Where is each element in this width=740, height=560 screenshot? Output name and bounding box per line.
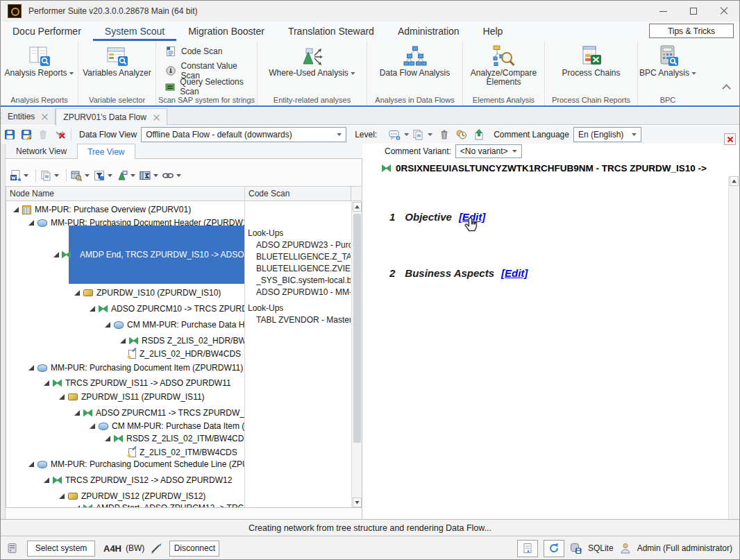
chevron-down-icon[interactable] bbox=[54, 174, 59, 177]
comment-button[interactable] bbox=[387, 128, 402, 142]
tab-zpurv01-data-flow[interactable]: ZPURV01's Data Flow bbox=[56, 108, 167, 126]
tab-translation-steward[interactable]: Translation Steward bbox=[276, 22, 386, 41]
tree-row[interactable]: RSDS Z_2LIS_02_HDR/BW4CDS -> A bbox=[6, 334, 244, 348]
scroll-down-icon[interactable] bbox=[353, 498, 362, 507]
save-button[interactable] bbox=[2, 128, 17, 142]
tab-help[interactable]: Help bbox=[471, 22, 515, 41]
tree-row[interactable]: MM-PUR: Purchasing Document Schedule Lin… bbox=[6, 457, 244, 471]
expander-icon[interactable] bbox=[28, 220, 34, 226]
tree-row[interactable]: TRCS ZPURDW_IS12 -> ADSO ZPURDW12 bbox=[6, 473, 244, 487]
tab-entities[interactable]: Entities bbox=[1, 108, 56, 125]
chevron-down-icon[interactable] bbox=[404, 133, 409, 136]
expander-icon[interactable] bbox=[44, 380, 49, 386]
tree-row[interactable]: CM MM-PUR: Purchase Data Item (2LIS_ bbox=[6, 419, 244, 433]
filter-button[interactable] bbox=[93, 169, 106, 182]
tree-row[interactable]: ZPURDW_IS11 (ZPURDW_IS11) bbox=[6, 390, 244, 404]
tree-scrollbar[interactable] bbox=[351, 202, 362, 507]
expander-icon[interactable] bbox=[105, 436, 110, 441]
expander-icon[interactable] bbox=[120, 338, 126, 343]
tree-row-selected[interactable]: AMDP End, TRCS ZPURDW_IS10 -> ADSO ZPURD… bbox=[6, 226, 244, 284]
chevron-down-icon[interactable] bbox=[85, 174, 90, 177]
tree-row[interactable]: ZPURDW_IS10 (ZPURDW_IS10) bbox=[6, 286, 244, 300]
copy-comment-button[interactable] bbox=[410, 128, 426, 142]
expander-icon[interactable] bbox=[90, 423, 95, 429]
log-document-button[interactable] bbox=[517, 540, 538, 557]
tree-row[interactable]: ADSO ZPURCM11 -> TRCS ZPURDW_IS11 bbox=[6, 406, 244, 420]
discard-changes-button[interactable] bbox=[52, 128, 67, 142]
close-comment-panel-button[interactable] bbox=[724, 133, 736, 145]
column-header-code-scan[interactable]: Code Scan bbox=[244, 186, 351, 201]
sort-hierarchy-button[interactable] bbox=[116, 169, 128, 182]
save-as-button[interactable] bbox=[19, 128, 34, 142]
export-word-button[interactable] bbox=[9, 169, 22, 182]
tab-administration[interactable]: Administration bbox=[386, 22, 471, 41]
expander-icon[interactable] bbox=[28, 461, 34, 467]
link-nodes-button[interactable] bbox=[162, 169, 174, 182]
chevron-down-icon[interactable] bbox=[131, 174, 135, 177]
close-button[interactable] bbox=[709, 1, 739, 22]
bpc-analysis-button[interactable]: BPC Analysis bbox=[638, 41, 698, 91]
query-selections-scan-button[interactable]: Query Selections Scan bbox=[165, 77, 257, 96]
refresh-button[interactable] bbox=[544, 540, 564, 557]
system-list-icon[interactable] bbox=[6, 542, 19, 554]
analysis-reports-button[interactable]: Analysis Reports bbox=[1, 41, 78, 91]
process-chains-button[interactable]: Process Chains bbox=[545, 41, 637, 91]
expander-icon[interactable] bbox=[74, 290, 80, 296]
tree-row[interactable]: CM MM-PUR: Purchase Data Header (2LI bbox=[6, 318, 244, 332]
expander-icon[interactable] bbox=[59, 493, 65, 499]
column-header-node-name[interactable]: Node Name bbox=[6, 186, 245, 201]
expander-icon[interactable] bbox=[105, 322, 110, 328]
scrollbar-thumb[interactable] bbox=[353, 214, 361, 443]
expander-icon[interactable] bbox=[74, 410, 80, 416]
expander-icon[interactable] bbox=[59, 394, 65, 400]
tree-row[interactable]: Z_2LIS_02_HDR/BW4CDS bbox=[6, 347, 244, 361]
table-sum-button[interactable] bbox=[139, 169, 151, 182]
expander-icon[interactable] bbox=[90, 306, 95, 312]
analyze-compare-elements-button[interactable]: Analyze/Compare Elements bbox=[463, 41, 544, 91]
code-scan-button[interactable]: Code Scan bbox=[165, 45, 222, 58]
close-tab-icon[interactable] bbox=[42, 114, 48, 120]
tree-row[interactable]: MM-PUR: Purchase Overview (ZPURV01) bbox=[6, 203, 244, 217]
tab-system-scout[interactable]: System Scout bbox=[93, 22, 176, 41]
scroll-up-icon[interactable] bbox=[730, 176, 739, 186]
select-system-button[interactable]: Select system bbox=[27, 541, 95, 557]
tab-docu-performer[interactable]: Docu Performer bbox=[1, 22, 93, 41]
expander-icon[interactable] bbox=[13, 207, 19, 212]
expander-icon[interactable] bbox=[74, 505, 80, 507]
tab-migration-booster[interactable]: Migration Booster bbox=[176, 22, 276, 41]
maximize-button[interactable] bbox=[678, 1, 709, 22]
chevron-down-icon[interactable] bbox=[428, 133, 432, 136]
comment-variant-select[interactable]: <No variant> bbox=[455, 144, 522, 158]
tab-network-view[interactable]: Network View bbox=[6, 144, 77, 159]
chevron-down-icon[interactable] bbox=[24, 174, 28, 177]
tips-and-tricks-button[interactable]: Tips & Tricks bbox=[649, 24, 734, 38]
expander-icon[interactable] bbox=[44, 477, 49, 483]
edit-business-aspects-link[interactable]: [Edit] bbox=[501, 267, 528, 279]
collapsed-splitter-strip[interactable] bbox=[1, 144, 6, 519]
comment-panel-scrollbar[interactable] bbox=[728, 176, 739, 519]
data-flow-analysis-button[interactable]: Data Flow Analysis bbox=[367, 41, 462, 91]
tree-row[interactable]: AMDP Start, ADSO ZPURCM12 -> TRCS ZPU bbox=[6, 501, 244, 507]
upload-comment-button[interactable] bbox=[471, 128, 487, 142]
tree-row[interactable]: TRCS ZPURDW_IS11 -> ADSO ZPURDW11 bbox=[6, 376, 244, 390]
connection-pen-icon[interactable] bbox=[150, 542, 162, 554]
data-flow-view-select[interactable]: Offline Data Flow - default (downwards) bbox=[141, 127, 346, 142]
delete-comment-button[interactable] bbox=[437, 128, 452, 142]
tree-row[interactable]: ADSO ZPURCM10 -> TRCS ZPURDW_IS10 bbox=[6, 302, 244, 316]
chevron-down-icon[interactable] bbox=[153, 174, 158, 177]
close-tab-icon[interactable] bbox=[153, 114, 160, 121]
where-used-analysis-button[interactable]: Where-Used Analysis bbox=[258, 41, 367, 91]
chevron-down-icon[interactable] bbox=[176, 174, 181, 177]
minimize-button[interactable] bbox=[648, 1, 678, 22]
table-search-button[interactable] bbox=[70, 169, 83, 182]
comment-history-button[interactable] bbox=[453, 128, 469, 142]
copy-document-button[interactable] bbox=[40, 169, 52, 182]
chevron-down-icon[interactable] bbox=[108, 174, 112, 177]
expander-icon[interactable] bbox=[53, 252, 59, 257]
expander-icon[interactable] bbox=[28, 365, 34, 371]
comment-language-select[interactable]: En (English) bbox=[573, 127, 641, 142]
scroll-up-icon[interactable] bbox=[353, 202, 362, 212]
disconnect-button[interactable]: Disconnect bbox=[169, 541, 219, 557]
variables-analyzer-button[interactable]: Variables Analyzer bbox=[78, 41, 155, 91]
tree-row[interactable]: MM-PUR: Purchasing Document Item (ZPURDW… bbox=[6, 361, 244, 375]
